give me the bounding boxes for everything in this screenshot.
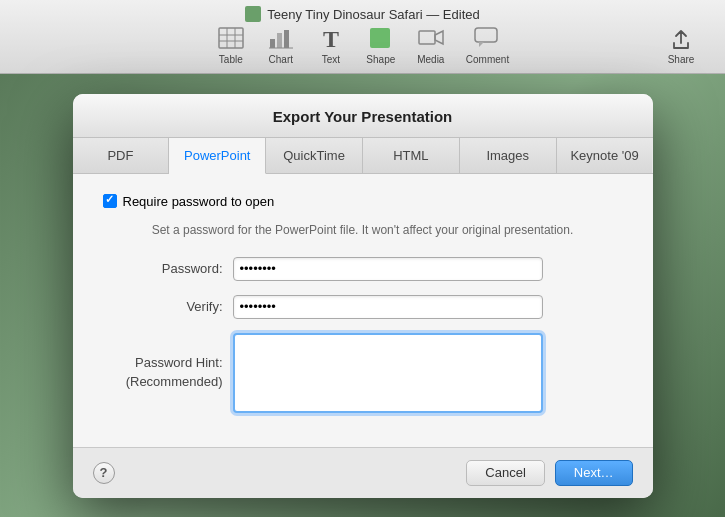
svg-rect-7 [284,30,289,48]
password-hint-label: Password Hint: (Recommended) [103,354,233,390]
dialog-title: Export Your Presentation [273,108,452,125]
toolbar-share-button[interactable]: Share [667,26,695,65]
cancel-button[interactable]: Cancel [466,460,544,486]
toolbar-shape-button[interactable]: Shape [356,22,406,67]
svg-rect-11 [419,31,435,44]
toolbar: Teeny Tiny Dinosaur Safari — Edited Tabl… [0,0,725,74]
table-icon [217,24,245,52]
tab-images[interactable]: Images [460,138,557,173]
shape-icon [367,24,395,52]
password-hint-row: Password Hint: (Recommended) [103,333,623,413]
svg-rect-10 [370,28,390,48]
svg-rect-0 [219,28,243,48]
toolbar-share-label: Share [668,54,695,65]
export-dialog: Export Your Presentation PDF PowerPoint … [73,94,653,498]
window-title: Teeny Tiny Dinosaur Safari — Edited [267,7,479,22]
toolbar-text-button[interactable]: T Text [306,22,356,67]
require-password-checkbox[interactable] [103,194,117,208]
next-button[interactable]: Next… [555,460,633,486]
password-label: Password: [103,261,233,276]
svg-marker-14 [479,42,484,47]
toolbar-chart-label: Chart [269,54,293,65]
tab-keynote09[interactable]: Keynote '09 [557,138,653,173]
tab-quicktime[interactable]: QuickTime [266,138,363,173]
toolbar-text-label: Text [322,54,340,65]
comment-icon [473,24,501,52]
password-input[interactable] [233,257,543,281]
chart-icon [267,24,295,52]
dialog-footer: ? Cancel Next… [73,447,653,498]
toolbar-media-label: Media [417,54,444,65]
text-icon: T [317,24,345,52]
help-button[interactable]: ? [93,462,115,484]
svg-rect-5 [270,39,275,48]
checkbox-label[interactable]: Require password to open [123,194,275,209]
tab-powerpoint[interactable]: PowerPoint [169,138,266,174]
export-tabs: PDF PowerPoint QuickTime HTML Images Key… [73,138,653,174]
toolbar-chart-button[interactable]: Chart [256,22,306,67]
dialog-title-bar: Export Your Presentation [73,94,653,138]
password-row: Password: [103,257,623,281]
checkbox-row: Require password to open [103,194,623,209]
svg-marker-12 [435,31,443,44]
toolbar-comment-button[interactable]: Comment [456,22,519,67]
svg-rect-6 [277,33,282,48]
verify-input[interactable] [233,295,543,319]
svg-text:T: T [323,26,339,51]
toolbar-items: Table Chart T Text [206,22,519,69]
verify-row: Verify: [103,295,623,319]
tab-html[interactable]: HTML [363,138,460,173]
toolbar-comment-label: Comment [466,54,509,65]
toolbar-shape-label: Shape [366,54,395,65]
dialog-body: Require password to open Set a password … [73,174,653,447]
toolbar-table-button[interactable]: Table [206,22,256,67]
media-icon [417,24,445,52]
toolbar-media-button[interactable]: Media [406,22,456,67]
window-title-bar: Teeny Tiny Dinosaur Safari — Edited [0,6,725,22]
svg-rect-13 [475,28,497,42]
verify-label: Verify: [103,299,233,314]
app-icon [245,6,261,22]
hint-description: Set a password for the PowerPoint file. … [103,223,623,237]
toolbar-table-label: Table [219,54,243,65]
share-icon [667,26,695,54]
password-hint-textarea[interactable] [233,333,543,413]
footer-buttons: Cancel Next… [466,460,632,486]
tab-pdf[interactable]: PDF [73,138,170,173]
modal-overlay: Export Your Presentation PDF PowerPoint … [0,74,725,517]
